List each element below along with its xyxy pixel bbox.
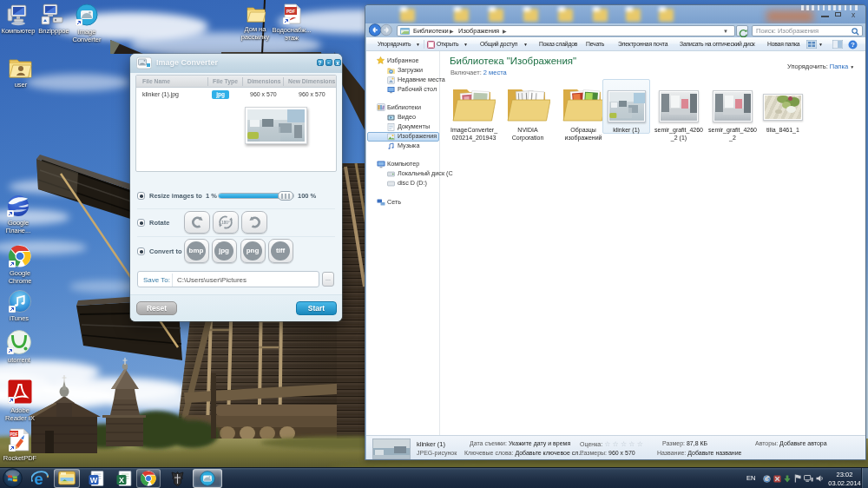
svg-text:W: W xyxy=(90,476,98,485)
svg-text:PDF: PDF xyxy=(10,432,18,437)
svg-text:X: X xyxy=(119,476,124,485)
svg-text:?: ? xyxy=(851,41,855,49)
svg-text:180°: 180° xyxy=(221,221,230,225)
svg-text:PDF: PDF xyxy=(286,9,295,14)
